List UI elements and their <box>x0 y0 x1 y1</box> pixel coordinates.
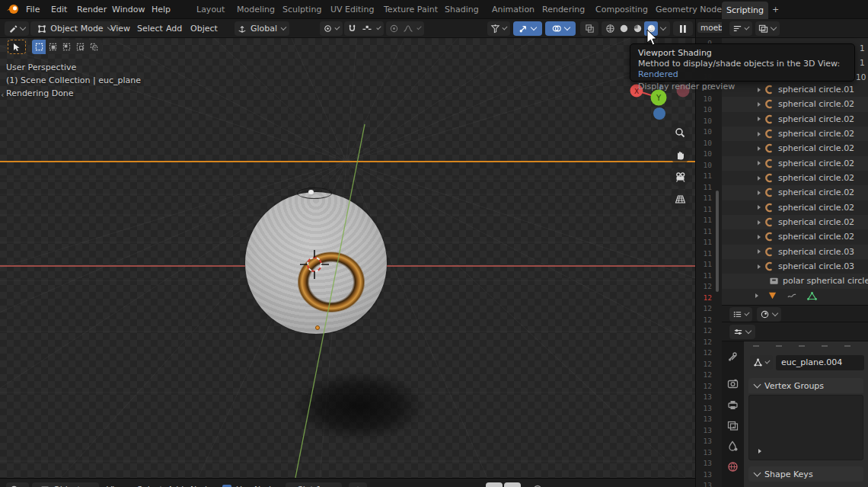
shader-context-selector[interactable]: Object <box>32 482 99 487</box>
tab-layout[interactable]: Layout <box>192 2 229 17</box>
outliner-row[interactable]: spherical circle.02 <box>722 112 868 127</box>
editor-type-button[interactable] <box>5 21 29 36</box>
expand-arrow-icon[interactable] <box>758 220 761 225</box>
outliner-row[interactable]: spherical circle.02 <box>722 200 868 215</box>
expand-arrow-icon[interactable] <box>758 264 761 269</box>
gizmo-z-axis[interactable] <box>653 107 665 120</box>
vertex-groups-list[interactable] <box>748 395 863 460</box>
menu-render[interactable]: Render <box>74 0 110 19</box>
expand-arrow-icon[interactable] <box>758 132 761 136</box>
text-name-field[interactable]: moebi <box>697 22 722 33</box>
tab-geometry-nodes[interactable]: Geometry Nodes <box>651 2 731 17</box>
select-mode-set-button[interactable] <box>32 40 46 54</box>
material-name-field[interactable] <box>369 482 480 487</box>
viewport-3d[interactable]: ‹ User Perspective (1) Scene Collection … <box>0 38 695 478</box>
tab-rendering[interactable]: Rendering <box>538 2 589 17</box>
viewport-menu-select[interactable]: Select <box>134 19 166 38</box>
visibility-filter-button[interactable] <box>487 21 510 36</box>
outliner-row-collection[interactable]: polar spherical circles <box>722 274 868 288</box>
outliner-row[interactable]: spherical circle.02 <box>722 141 868 155</box>
tab-modeling[interactable]: Modeling <box>232 2 279 17</box>
vertex-groups-panel-header[interactable]: Vertex Groups <box>748 378 863 393</box>
select-mode-subtract-button[interactable] <box>59 40 73 54</box>
text-editor[interactable]: 9910101010101010101010111111111111111111… <box>695 38 722 487</box>
orientation-selector[interactable]: Global <box>235 21 289 36</box>
expand-arrow-icon[interactable] <box>758 176 761 181</box>
tab-animation[interactable]: Animation <box>487 2 539 17</box>
expand-arrow-icon[interactable] <box>755 293 758 298</box>
outliner-filter-button[interactable] <box>729 21 752 36</box>
shading-dropdown[interactable] <box>658 21 669 36</box>
new-material-button[interactable] <box>486 482 503 487</box>
outliner-row[interactable]: spherical circle.03 <box>722 259 868 274</box>
tab-uv-editing[interactable]: UV Editing <box>326 2 378 17</box>
select-mode-extend-button[interactable] <box>46 40 59 54</box>
viewport-menu-view[interactable]: View <box>107 19 133 38</box>
data-type-button[interactable] <box>750 355 773 370</box>
outliner-row[interactable]: spherical circle.02 <box>722 156 868 171</box>
select-mode-invert-button[interactable] <box>73 40 87 54</box>
active-tool-select-button[interactable] <box>8 40 26 54</box>
outliner-row[interactable]: spherical circle.02 <box>722 229 868 244</box>
tab-tool[interactable] <box>727 351 739 362</box>
material-browse-button[interactable] <box>349 482 367 487</box>
expand-arrow-icon[interactable] <box>758 249 761 254</box>
outliner-display-mode-button[interactable] <box>755 21 780 36</box>
shape-keys-panel-header[interactable]: Shape Keys <box>748 466 863 482</box>
toolbar-expand-arrow[interactable]: ‹ <box>1 90 4 100</box>
fake-user-button[interactable] <box>504 482 521 487</box>
add-workspace-button[interactable]: + <box>767 2 783 17</box>
menu-file[interactable]: File <box>23 0 43 19</box>
outliner-row[interactable]: spherical circle.02 <box>722 171 868 185</box>
tab-render[interactable] <box>727 378 739 389</box>
tab-texture-paint[interactable]: Texture Paint <box>379 2 442 17</box>
shading-material-button[interactable] <box>630 21 644 36</box>
show-overlays-button[interactable] <box>545 21 576 36</box>
xray-toggle-button[interactable] <box>580 21 598 36</box>
slot-selector[interactable]: Slot 1 <box>286 482 342 487</box>
menu-help[interactable]: Help <box>148 0 174 19</box>
shader-menu-add[interactable]: Add <box>164 482 187 487</box>
pivot-point-button[interactable] <box>320 21 343 36</box>
outliner-row[interactable]: spherical circle.02 <box>722 185 868 200</box>
outliner-row[interactable]: spherical circle.02 <box>722 215 868 229</box>
expand-arrow-icon[interactable] <box>758 117 761 121</box>
tab-view-layer[interactable] <box>727 420 739 431</box>
tab-scene[interactable] <box>727 441 739 452</box>
properties-type-button[interactable] <box>729 325 755 339</box>
tab-shading[interactable]: Shading <box>440 2 483 17</box>
outliner-row[interactable]: spherical circle.02 <box>722 127 868 141</box>
object-name-field[interactable]: euc_plane.004 <box>776 355 864 370</box>
expand-arrow-icon[interactable] <box>758 191 761 195</box>
text-editor-scrollbar[interactable] <box>716 191 719 292</box>
proportional-edit-group[interactable] <box>386 21 424 36</box>
tab-sculpting[interactable]: Sculpting <box>278 2 326 17</box>
expand-arrow-icon[interactable] <box>758 235 761 239</box>
tab-scripting[interactable]: Scripting <box>722 2 768 19</box>
expand-arrow-icon[interactable] <box>758 161 761 165</box>
shading-wireframe-button[interactable] <box>603 21 617 36</box>
outliner-row-object-data[interactable] <box>722 289 868 303</box>
select-mode-intersect-button[interactable] <box>87 40 101 54</box>
shader-menu-node[interactable]: Node <box>187 482 215 487</box>
expand-arrow-icon[interactable] <box>758 146 761 151</box>
viewport-menu-object[interactable]: Object <box>187 19 221 38</box>
show-gizmo-button[interactable] <box>513 21 542 36</box>
perspective-toggle-button[interactable] <box>670 189 690 209</box>
zoom-button[interactable] <box>670 123 690 143</box>
viewport-menu-add[interactable]: Add <box>163 19 185 38</box>
pan-button[interactable] <box>670 145 690 165</box>
shader-menu-view[interactable]: View <box>104 482 129 487</box>
tab-output[interactable] <box>727 399 739 411</box>
blender-logo-icon[interactable] <box>6 3 20 15</box>
shading-solid-button[interactable] <box>617 21 630 36</box>
tab-compositing[interactable]: Compositing <box>591 2 653 17</box>
menu-window[interactable]: Window <box>109 0 148 19</box>
panel-grip-icon[interactable] <box>758 449 761 453</box>
menu-edit[interactable]: Edit <box>48 0 70 19</box>
shader-menu-select[interactable]: Select <box>134 482 166 487</box>
tab-world[interactable] <box>727 461 739 473</box>
expand-arrow-icon[interactable] <box>758 102 761 107</box>
expand-arrow-icon[interactable] <box>758 205 761 210</box>
pause-render-button[interactable] <box>673 21 693 36</box>
